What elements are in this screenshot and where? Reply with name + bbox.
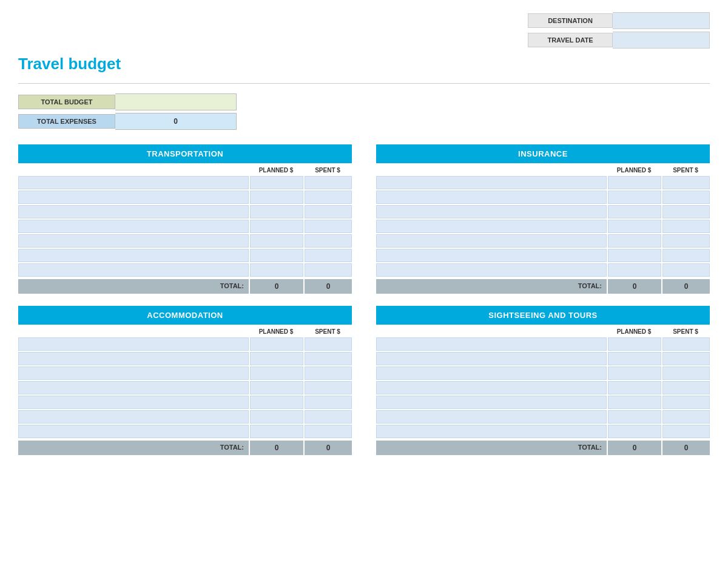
cell-desc-sightseeing-6[interactable] — [376, 425, 607, 438]
cell-planned-transportation-1[interactable] — [250, 191, 303, 204]
cell-planned-sightseeing-1[interactable] — [608, 352, 661, 365]
data-row-transportation-4 — [18, 234, 352, 248]
cell-planned-sightseeing-6[interactable] — [608, 425, 661, 438]
cell-planned-sightseeing-4[interactable] — [608, 396, 661, 409]
cell-desc-insurance-1[interactable] — [376, 191, 607, 204]
cell-spent-transportation-6[interactable] — [305, 263, 352, 277]
col-planned-sightseeing: PLANNED $ — [607, 326, 661, 337]
cell-desc-insurance-5[interactable] — [376, 249, 607, 262]
cell-spent-sightseeing-1[interactable] — [662, 352, 710, 365]
cell-spent-accommodation-4[interactable] — [305, 396, 352, 409]
cell-spent-insurance-1[interactable] — [662, 191, 710, 204]
cell-spent-transportation-2[interactable] — [305, 205, 352, 218]
cell-planned-accommodation-1[interactable] — [250, 352, 303, 365]
cell-planned-accommodation-4[interactable] — [250, 396, 303, 409]
cell-desc-sightseeing-3[interactable] — [376, 381, 607, 394]
data-row-sightseeing-3 — [376, 381, 710, 394]
cell-planned-insurance-3[interactable] — [608, 220, 661, 233]
cell-desc-transportation-5[interactable] — [18, 249, 249, 262]
cell-spent-insurance-0[interactable] — [662, 176, 710, 189]
cell-desc-accommodation-6[interactable] — [18, 425, 249, 438]
cell-spent-transportation-4[interactable] — [305, 234, 352, 248]
data-row-insurance-5 — [376, 249, 710, 262]
cell-desc-insurance-3[interactable] — [376, 220, 607, 233]
cell-spent-accommodation-0[interactable] — [305, 337, 352, 351]
cell-planned-transportation-4[interactable] — [250, 234, 303, 248]
cell-spent-transportation-3[interactable] — [305, 220, 352, 233]
cell-spent-transportation-5[interactable] — [305, 249, 352, 262]
data-row-sightseeing-6 — [376, 425, 710, 438]
cell-planned-sightseeing-5[interactable] — [608, 410, 661, 424]
title-divider — [18, 83, 710, 84]
cell-spent-insurance-6[interactable] — [662, 263, 710, 277]
cell-desc-sightseeing-4[interactable] — [376, 396, 607, 409]
cell-spent-insurance-3[interactable] — [662, 220, 710, 233]
cell-spent-sightseeing-4[interactable] — [662, 396, 710, 409]
cell-spent-sightseeing-0[interactable] — [662, 337, 710, 351]
cell-desc-accommodation-4[interactable] — [18, 396, 249, 409]
cell-desc-insurance-6[interactable] — [376, 263, 607, 277]
cell-desc-accommodation-1[interactable] — [18, 352, 249, 365]
cell-spent-accommodation-3[interactable] — [305, 381, 352, 394]
cell-planned-transportation-0[interactable] — [250, 176, 303, 189]
cell-desc-sightseeing-1[interactable] — [376, 352, 607, 365]
cell-planned-accommodation-0[interactable] — [250, 337, 303, 351]
cell-spent-accommodation-5[interactable] — [305, 410, 352, 424]
total-label-transportation: TOTAL: — [18, 279, 249, 294]
cell-desc-transportation-3[interactable] — [18, 220, 249, 233]
cell-spent-sightseeing-5[interactable] — [662, 410, 710, 424]
cell-spent-sightseeing-2[interactable] — [662, 367, 710, 380]
cell-spent-insurance-2[interactable] — [662, 205, 710, 218]
col-spent-transportation: SPENT $ — [303, 164, 352, 176]
cell-planned-transportation-6[interactable] — [250, 263, 303, 277]
cell-desc-transportation-6[interactable] — [18, 263, 249, 277]
cell-planned-insurance-1[interactable] — [608, 191, 661, 204]
cell-planned-accommodation-2[interactable] — [250, 367, 303, 380]
cell-planned-transportation-5[interactable] — [250, 249, 303, 262]
cell-desc-sightseeing-5[interactable] — [376, 410, 607, 424]
cell-spent-sightseeing-3[interactable] — [662, 381, 710, 394]
cell-planned-transportation-2[interactable] — [250, 205, 303, 218]
cell-desc-sightseeing-2[interactable] — [376, 367, 607, 380]
cell-planned-sightseeing-2[interactable] — [608, 367, 661, 380]
cell-desc-insurance-4[interactable] — [376, 234, 607, 248]
cell-planned-insurance-0[interactable] — [608, 176, 661, 189]
cell-planned-sightseeing-0[interactable] — [608, 337, 661, 351]
cell-spent-accommodation-1[interactable] — [305, 352, 352, 365]
cell-planned-transportation-3[interactable] — [250, 220, 303, 233]
cell-planned-sightseeing-3[interactable] — [608, 381, 661, 394]
cell-spent-accommodation-2[interactable] — [305, 367, 352, 380]
cell-spent-insurance-4[interactable] — [662, 234, 710, 248]
total-expenses-row: TOTAL EXPENSES 0 — [18, 113, 710, 130]
total-planned-transportation: 0 — [250, 279, 303, 294]
cell-desc-insurance-0[interactable] — [376, 176, 607, 189]
cell-spent-insurance-5[interactable] — [662, 249, 710, 262]
cell-planned-insurance-6[interactable] — [608, 263, 661, 277]
total-budget-row: TOTAL BUDGET — [18, 93, 710, 110]
cell-spent-transportation-1[interactable] — [305, 191, 352, 204]
cell-desc-transportation-4[interactable] — [18, 234, 249, 248]
cell-desc-accommodation-0[interactable] — [18, 337, 249, 351]
cell-planned-insurance-5[interactable] — [608, 249, 661, 262]
cell-planned-accommodation-5[interactable] — [250, 410, 303, 424]
cell-desc-accommodation-5[interactable] — [18, 410, 249, 424]
cell-planned-accommodation-6[interactable] — [250, 425, 303, 438]
cell-spent-transportation-0[interactable] — [305, 176, 352, 189]
destination-input[interactable] — [613, 12, 710, 29]
cell-desc-transportation-1[interactable] — [18, 191, 249, 204]
cell-planned-insurance-2[interactable] — [608, 205, 661, 218]
cell-desc-insurance-2[interactable] — [376, 205, 607, 218]
cell-planned-insurance-4[interactable] — [608, 234, 661, 248]
total-budget-input[interactable] — [115, 93, 237, 110]
cell-desc-transportation-0[interactable] — [18, 176, 249, 189]
cell-desc-accommodation-2[interactable] — [18, 367, 249, 380]
total-spent-transportation: 0 — [305, 279, 352, 294]
page-title: Travel budget — [18, 55, 710, 73]
cell-desc-transportation-2[interactable] — [18, 205, 249, 218]
cell-desc-accommodation-3[interactable] — [18, 381, 249, 394]
cell-spent-sightseeing-6[interactable] — [662, 425, 710, 438]
cell-spent-accommodation-6[interactable] — [305, 425, 352, 438]
cell-planned-accommodation-3[interactable] — [250, 381, 303, 394]
travel-date-input[interactable] — [613, 32, 710, 49]
cell-desc-sightseeing-0[interactable] — [376, 337, 607, 351]
